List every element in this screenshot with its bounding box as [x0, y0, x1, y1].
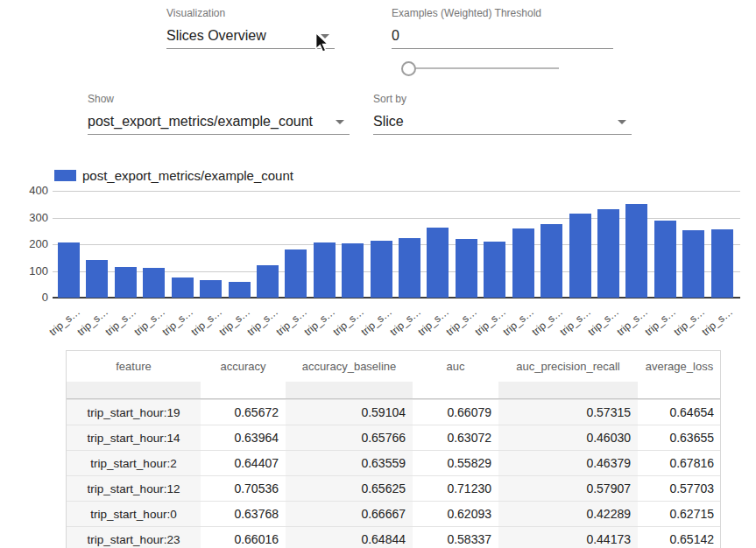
column-header-accuracy_baseline[interactable]: accuracy_baseline	[286, 351, 413, 382]
filter-cell	[413, 382, 498, 398]
bar[interactable]	[484, 242, 505, 298]
metric-cell: 0.55829	[413, 451, 498, 475]
metric-cell: 0.66667	[286, 502, 413, 526]
bar[interactable]	[58, 242, 80, 298]
metric-cell: 0.70536	[201, 476, 286, 501]
bar[interactable]	[314, 242, 336, 298]
table-filter-row	[67, 382, 720, 399]
bar[interactable]	[682, 230, 704, 298]
metric-cell: 0.57315	[498, 400, 638, 425]
column-header-average_loss[interactable]: average_loss	[638, 351, 721, 382]
metric-cell: 0.42289	[498, 502, 638, 526]
metric-cell: 0.46030	[498, 425, 638, 450]
table-row[interactable]: trip_start_hour:140.639640.657660.630720…	[67, 425, 720, 450]
y-axis-tick-label: 400	[16, 184, 48, 198]
bar[interactable]	[512, 228, 534, 298]
filter-cell	[286, 382, 413, 398]
feature-cell: trip_start_hour:0	[67, 502, 201, 526]
mouse-cursor-icon	[313, 32, 332, 55]
bar[interactable]	[427, 228, 449, 298]
bar[interactable]	[257, 265, 279, 298]
metric-cell: 0.63655	[638, 425, 721, 450]
bar[interactable]	[625, 204, 647, 298]
bar[interactable]	[711, 229, 733, 298]
metric-cell: 0.44173	[498, 527, 638, 548]
bar[interactable]	[200, 280, 222, 298]
feature-cell: trip_start_hour:2	[67, 451, 201, 475]
metric-cell: 0.46379	[498, 451, 638, 475]
metric-cell: 0.64654	[638, 400, 721, 425]
y-axis-tick-label: 100	[16, 264, 48, 278]
metric-cell: 0.64844	[286, 527, 413, 548]
metric-cell: 0.63072	[413, 425, 498, 450]
metric-cell: 0.59104	[286, 400, 413, 425]
bar[interactable]	[569, 214, 591, 298]
filter-cell	[67, 382, 201, 398]
metric-cell: 0.65766	[286, 425, 413, 450]
metrics-table: featureaccuracyaccuracy_baselineaucauc_p…	[66, 350, 721, 548]
metric-cell: 0.64407	[201, 451, 286, 475]
metric-cell: 0.67816	[638, 451, 721, 475]
bar[interactable]	[541, 224, 562, 298]
metric-cell: 0.57907	[498, 476, 638, 501]
feature-cell: trip_start_hour:23	[67, 527, 201, 548]
y-axis-tick-label: 300	[16, 211, 48, 225]
bar[interactable]	[285, 249, 307, 298]
metric-cell: 0.62715	[638, 502, 721, 526]
y-axis-tick-label: 200	[16, 237, 48, 251]
feature-cell: trip_start_hour:14	[67, 425, 201, 450]
metric-cell: 0.65142	[638, 527, 721, 548]
bar[interactable]	[597, 209, 619, 298]
feature-cell: trip_start_hour:12	[67, 476, 201, 501]
metric-cell: 0.57703	[638, 476, 721, 501]
column-header-accuracy[interactable]: accuracy	[201, 351, 286, 382]
metric-cell: 0.65625	[286, 476, 413, 501]
table-row[interactable]: trip_start_hour:00.637680.666670.620930.…	[67, 501, 720, 526]
metric-cell: 0.63559	[286, 451, 413, 475]
bar[interactable]	[172, 278, 194, 298]
metric-cell: 0.65672	[201, 400, 286, 425]
table-row[interactable]: trip_start_hour:20.644070.635590.558290.…	[67, 450, 720, 475]
metric-cell: 0.58337	[413, 527, 498, 548]
bar[interactable]	[654, 221, 676, 298]
metric-cell: 0.63768	[201, 502, 286, 526]
metric-cell: 0.71230	[413, 476, 498, 501]
y-axis-tick-label: 0	[16, 291, 48, 305]
bar[interactable]	[229, 282, 251, 298]
table-header-row: featureaccuracyaccuracy_baselineaucauc_p…	[67, 351, 720, 382]
bar[interactable]	[86, 260, 108, 298]
slicing-metrics-browser: Visualization Slices Overview Examples (…	[0, 0, 756, 548]
metric-cell: 0.66079	[413, 400, 498, 425]
bar[interactable]	[115, 267, 137, 298]
gridline	[53, 191, 740, 192]
metric-cell: 0.66016	[201, 527, 286, 548]
bar[interactable]	[143, 268, 165, 298]
metric-cell: 0.62093	[413, 502, 498, 526]
column-header-feature[interactable]: feature	[67, 351, 201, 382]
table-row[interactable]: trip_start_hour:230.660160.648440.583370…	[67, 526, 720, 548]
table-row[interactable]: trip_start_hour:120.705360.656250.712300…	[67, 475, 720, 501]
feature-cell: trip_start_hour:19	[67, 400, 201, 425]
filter-cell	[498, 382, 638, 398]
filter-cell	[638, 382, 721, 398]
bar[interactable]	[399, 238, 420, 298]
column-header-auc_precision_recall[interactable]: auc_precision_recall	[498, 351, 638, 382]
metric-cell: 0.63964	[201, 425, 286, 450]
bar[interactable]	[371, 241, 392, 298]
bar[interactable]	[456, 239, 477, 298]
table-row[interactable]: trip_start_hour:190.656720.591040.660790…	[67, 399, 720, 425]
column-header-auc[interactable]: auc	[413, 351, 498, 382]
filter-cell	[201, 382, 286, 398]
bar[interactable]	[342, 243, 364, 298]
